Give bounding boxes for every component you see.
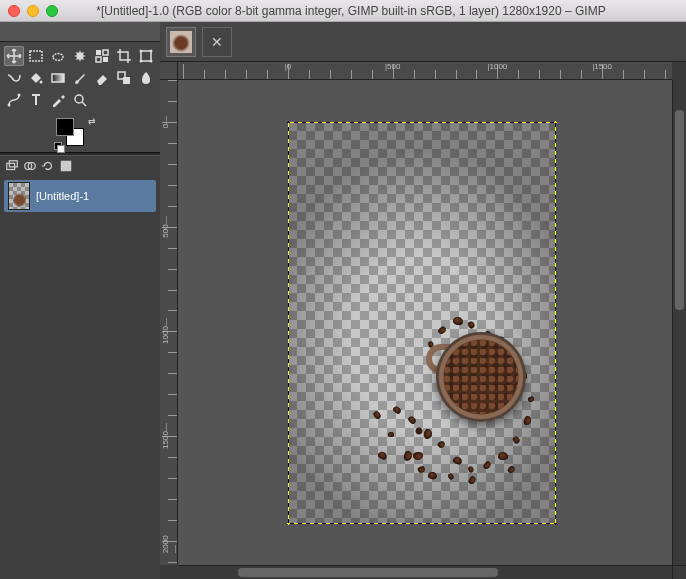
zoom-tool[interactable] (70, 90, 90, 110)
layer-row[interactable]: [Untitled]-1 (4, 180, 156, 212)
undo-history-tab-icon[interactable] (40, 158, 56, 174)
text-tool[interactable] (26, 90, 46, 110)
gradient-tool[interactable] (48, 68, 68, 88)
free-select-tool[interactable] (48, 46, 68, 66)
color-swatches[interactable]: ⇄ (56, 118, 92, 146)
paintbrush-tool[interactable] (70, 68, 90, 88)
color-picker-tool[interactable] (48, 90, 68, 110)
image-tab-close-button[interactable]: ✕ (202, 27, 232, 57)
horizontal-scrollbar[interactable] (178, 565, 672, 579)
canvas[interactable] (288, 122, 556, 524)
window-title: *[Untitled]-1.0 (RGB color 8-bit gamma i… (64, 4, 678, 18)
svg-point-14 (8, 104, 11, 107)
canvas-viewport[interactable] (178, 80, 672, 565)
ruler-label: |1000 (487, 62, 507, 71)
crop-tool[interactable] (114, 46, 134, 66)
ruler-corner[interactable] (160, 62, 178, 80)
svg-rect-0 (30, 51, 42, 61)
ruler-label: 500— (161, 216, 170, 237)
svg-point-7 (150, 50, 153, 53)
channels-tab-icon[interactable] (22, 158, 38, 174)
svg-point-15 (18, 94, 21, 97)
layer-thumbnail[interactable] (8, 182, 30, 210)
svg-rect-4 (103, 57, 108, 62)
swap-colors-icon[interactable]: ⇄ (88, 116, 96, 126)
rectangle-select-tool[interactable] (26, 46, 46, 66)
layer-name[interactable]: [Untitled]-1 (36, 190, 89, 202)
smudge-tool[interactable] (136, 68, 156, 88)
svg-point-6 (140, 50, 143, 53)
unified-transform-tool[interactable] (136, 46, 156, 66)
layers-panel: [Untitled]-1 (0, 176, 160, 579)
ruler-label: 1000— (161, 318, 170, 344)
vertical-scrollbar[interactable] (672, 80, 686, 565)
paths-tool[interactable] (4, 90, 24, 110)
zoom-window-button[interactable] (46, 5, 58, 17)
window-titlebar: *[Untitled]-1.0 (RGB color 8-bit gamma i… (0, 0, 686, 22)
ruler-label: 2000— (161, 529, 178, 553)
svg-rect-3 (96, 57, 101, 62)
svg-rect-2 (103, 50, 108, 55)
ruler-label: 0— (161, 116, 170, 128)
toolbox-tabstrip[interactable] (0, 22, 160, 42)
horizontal-ruler[interactable]: |0|500|1000|1500 (178, 62, 672, 80)
image-tab-thumbnail[interactable] (166, 27, 196, 57)
vertical-ruler[interactable]: 0—500—1000—1500—2000— (160, 80, 178, 565)
warp-tool[interactable] (4, 68, 24, 88)
ruler-label: |1500 (592, 62, 612, 71)
ruler-label: 1500— (161, 423, 170, 449)
svg-rect-13 (123, 77, 130, 84)
layers-tab-icon[interactable] (4, 158, 20, 174)
minimize-window-button[interactable] (27, 5, 39, 17)
svg-point-16 (75, 95, 83, 103)
svg-point-9 (150, 60, 153, 63)
vertical-scrollbar-thumb[interactable] (675, 110, 684, 310)
navigation-button[interactable] (672, 565, 686, 579)
window-controls (8, 5, 58, 17)
bucket-fill-tool[interactable] (26, 68, 46, 88)
horizontal-scrollbar-thumb[interactable] (238, 568, 498, 577)
ruler-label: |500 (385, 62, 400, 71)
dock-tab-icons (0, 156, 160, 176)
svg-rect-11 (52, 74, 64, 82)
svg-rect-1 (96, 50, 101, 55)
left-dock: ⇄ [Untitled]-1 (0, 22, 160, 579)
fuzzy-select-tool[interactable] (70, 46, 90, 66)
toolbox: ⇄ (0, 42, 160, 152)
default-colors-icon[interactable] (54, 142, 62, 150)
close-window-button[interactable] (8, 5, 20, 17)
move-tool[interactable] (4, 46, 24, 66)
foreground-color-swatch[interactable] (56, 118, 74, 136)
clone-tool[interactable] (114, 68, 134, 88)
svg-rect-21 (61, 161, 72, 172)
svg-point-8 (140, 60, 143, 63)
ruler-label: |0 (285, 62, 292, 71)
eraser-tool[interactable] (92, 68, 112, 88)
paths-tab-icon[interactable] (58, 158, 74, 174)
by-color-select-tool[interactable] (92, 46, 112, 66)
image-content (436, 332, 526, 422)
image-tabs: ✕ (160, 22, 686, 62)
svg-point-10 (40, 81, 43, 84)
svg-rect-5 (141, 51, 151, 61)
